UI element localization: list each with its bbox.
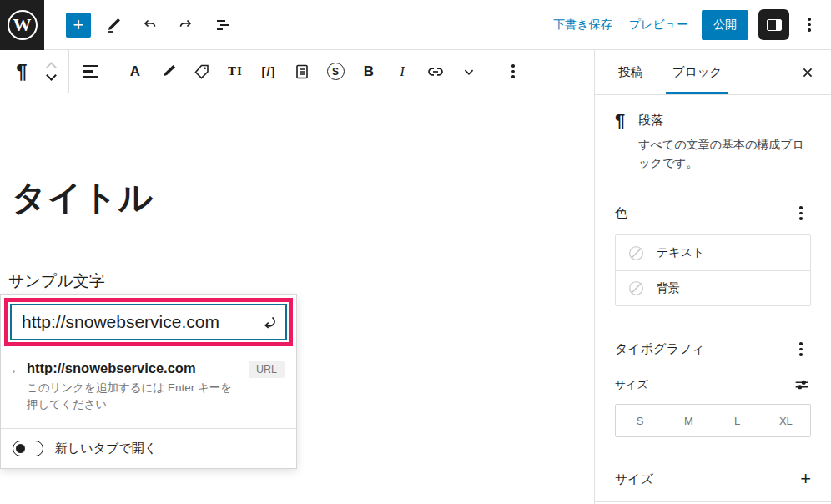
block-card-description: すべての文章の基本の構成ブロックです。 xyxy=(638,136,813,172)
highlighter-button[interactable] xyxy=(152,53,185,91)
tab-post[interactable]: 投稿 xyxy=(615,50,646,94)
chevron-down-icon xyxy=(460,63,478,81)
typography-panel-title: タイポグラフィ xyxy=(615,341,704,357)
suggestion-body: http://snowebservice.com このリンクを追加するには En… xyxy=(27,360,237,413)
typography-panel-header: タイポグラフィ xyxy=(615,339,811,359)
size-settings-icon[interactable] xyxy=(793,375,811,394)
typography-size-row: サイズ xyxy=(615,375,811,394)
new-tab-toggle[interactable] xyxy=(13,441,43,456)
font-size-button[interactable]: TI xyxy=(219,53,252,91)
block-type-group: ¶ xyxy=(0,50,69,93)
url-suggestion-item[interactable]: http://snowebservice.com このリンクを追加するには En… xyxy=(1,350,296,416)
paragraph-block-button[interactable]: ¶ xyxy=(5,53,38,91)
background-color-row[interactable]: 背景 xyxy=(616,270,810,305)
list-view-icon xyxy=(213,15,233,35)
no-color-icon xyxy=(627,280,645,297)
color-list: テキスト 背景 xyxy=(615,234,811,306)
block-options-button[interactable] xyxy=(503,62,523,82)
publish-button[interactable]: 公開 xyxy=(702,10,748,40)
url-type-badge: URL xyxy=(249,361,285,378)
brush-icon xyxy=(159,62,179,82)
link-button[interactable] xyxy=(419,53,452,91)
strikethrough-button[interactable]: S xyxy=(319,53,352,91)
block-options-group xyxy=(491,50,594,93)
plus-icon[interactable]: + xyxy=(800,470,811,488)
settings-panel-icon xyxy=(767,19,782,31)
editor-main: ¶ A xyxy=(0,50,594,504)
size-option-s[interactable]: S xyxy=(616,405,664,436)
open-in-new-tab-row[interactable]: 新しいタブで開く xyxy=(1,429,296,468)
block-card-body: 段落 すべての文章の基本の構成ブロックです。 xyxy=(638,110,813,172)
dimensions-panel[interactable]: サイズ + xyxy=(595,456,831,502)
close-icon xyxy=(798,63,817,82)
keyboard-return-icon[interactable] xyxy=(259,312,279,332)
color-panel-header: 色 xyxy=(615,203,811,223)
text-color-button[interactable]: A xyxy=(118,53,152,91)
color-panel: 色 テキスト xyxy=(595,189,831,325)
pencil-icon xyxy=(103,15,123,35)
font-size-segmented-control: S M L XL xyxy=(615,404,811,437)
align-left-icon xyxy=(83,65,98,78)
dimensions-panel-title: サイズ xyxy=(615,471,653,487)
color-panel-title: 色 xyxy=(615,205,627,221)
typography-size-label: サイズ xyxy=(615,377,648,392)
sidebar-tabs: 投稿 ブロック xyxy=(595,50,831,95)
top-bar-left-tools: + xyxy=(44,10,238,40)
formatting-group: A TI [/] xyxy=(113,50,491,93)
color-options-button[interactable] xyxy=(791,203,811,223)
editor-canvas[interactable]: タイトル サンプル文字 xyxy=(0,93,594,504)
save-draft-button[interactable]: 下書き保存 xyxy=(550,13,615,38)
post-title[interactable]: タイトル xyxy=(12,175,154,221)
italic-button[interactable]: I xyxy=(385,53,419,91)
annotation-highlight-frame xyxy=(4,298,293,346)
align-text-button[interactable] xyxy=(74,53,108,91)
new-tab-label: 新しいタブで開く xyxy=(55,441,157,456)
tab-block[interactable]: ブロック xyxy=(669,50,725,94)
undo-button[interactable] xyxy=(134,10,164,40)
wordpress-logo-icon: W xyxy=(8,10,38,40)
redo-button[interactable] xyxy=(171,10,201,40)
block-inserter-button[interactable]: + xyxy=(66,13,91,38)
paragraph-block[interactable]: サンプル文字 xyxy=(8,270,105,292)
memo-button[interactable] xyxy=(285,53,319,91)
suggestion-help-text: このリンクを追加するには Enter キーを押してください xyxy=(27,380,237,414)
toggle-knob xyxy=(16,444,25,453)
settings-panel-toggle-button[interactable] xyxy=(758,9,789,40)
editor-body: ¶ A xyxy=(0,50,831,504)
alignment-group xyxy=(69,50,113,93)
top-bar-right-tools: 下書き保存 プレビュー 公開 xyxy=(550,9,831,40)
bold-button[interactable]: B xyxy=(352,53,385,91)
inline-code-button[interactable]: [/] xyxy=(252,53,285,91)
background-color-label: 背景 xyxy=(657,281,680,296)
text-color-label: テキスト xyxy=(657,245,704,260)
block-card: ¶ 段落 すべての文章の基本の構成ブロックです。 xyxy=(595,95,831,189)
wordpress-logo-button[interactable]: W xyxy=(0,0,44,50)
wordpress-editor: W + xyxy=(0,0,831,504)
block-mover-buttons[interactable] xyxy=(38,53,63,91)
tools-pencil-button[interactable] xyxy=(98,10,128,40)
preview-button[interactable]: プレビュー xyxy=(626,13,692,38)
close-sidebar-button[interactable] xyxy=(793,58,823,88)
undo-icon xyxy=(139,15,159,35)
tag-button[interactable] xyxy=(185,53,219,91)
url-input[interactable] xyxy=(22,312,259,332)
options-menu-button[interactable] xyxy=(799,15,819,35)
size-option-l[interactable]: L xyxy=(713,405,762,436)
size-option-m[interactable]: M xyxy=(664,405,713,436)
document-icon xyxy=(292,62,312,82)
more-formats-button[interactable] xyxy=(452,53,486,91)
globe-icon xyxy=(13,362,15,381)
size-option-xl[interactable]: XL xyxy=(762,405,810,436)
circle-s-icon: S xyxy=(327,63,345,80)
link-popover: http://snowebservice.com このリンクを追加するには En… xyxy=(0,294,297,469)
paragraph-icon: ¶ xyxy=(615,110,625,172)
tag-icon xyxy=(192,62,212,82)
move-down-icon xyxy=(46,70,57,81)
typography-options-button[interactable] xyxy=(791,339,811,359)
settings-sidebar: 投稿 ブロック ¶ 段落 すべての文章の基本の構成ブロックです。 xyxy=(594,50,831,504)
suggestion-url: http://snowebservice.com xyxy=(27,360,237,377)
no-color-icon xyxy=(627,244,645,262)
list-view-button[interactable] xyxy=(208,10,238,40)
text-color-row[interactable]: テキスト xyxy=(616,235,810,270)
block-toolbar: ¶ A xyxy=(0,50,594,93)
